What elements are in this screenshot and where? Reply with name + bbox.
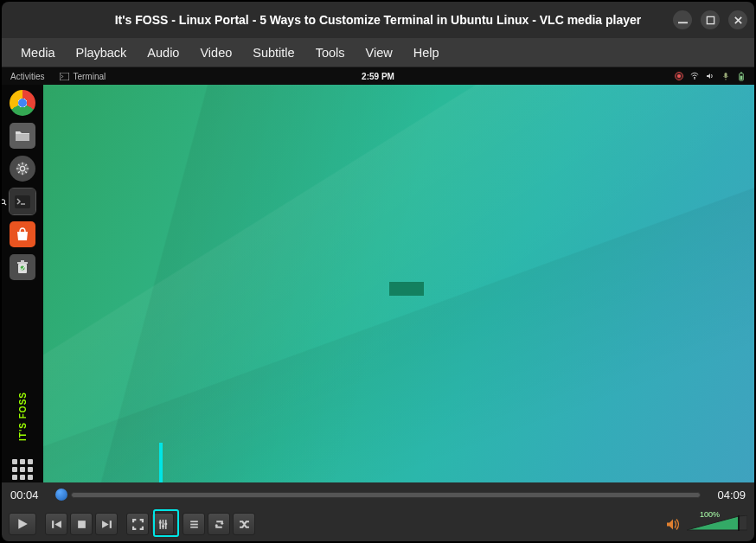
stop-button[interactable] xyxy=(70,513,93,535)
equalizer-icon xyxy=(157,519,169,530)
time-total: 04:09 xyxy=(709,489,746,501)
svg-marker-46 xyxy=(220,522,223,524)
topbar-app: Terminal xyxy=(60,72,106,81)
svg-rect-0 xyxy=(678,22,688,23)
menu-tools[interactable]: Tools xyxy=(305,41,356,65)
svg-rect-32 xyxy=(52,521,54,528)
skip-previous-icon xyxy=(51,519,62,530)
svg-point-23 xyxy=(2,200,5,204)
window-title: It's FOSS - Linux Portal - 5 Ways to Cus… xyxy=(115,13,642,27)
svg-rect-41 xyxy=(162,525,164,527)
desktop-topbar: Activities Terminal 2:59 PM xyxy=(2,67,754,85)
video-area[interactable]: Activities Terminal 2:59 PM xyxy=(2,67,754,482)
topbar-tray xyxy=(675,72,746,80)
timeline-bar: 00:04 04:09 xyxy=(2,482,754,507)
titlebar: It's FOSS - Linux Portal - 5 Ways to Cus… xyxy=(2,2,754,38)
svg-rect-26 xyxy=(17,262,28,264)
next-button[interactable] xyxy=(95,513,118,535)
svg-marker-49 xyxy=(739,515,747,530)
fullscreen-button[interactable] xyxy=(126,513,149,535)
menu-playback[interactable]: Playback xyxy=(66,41,138,65)
dock-terminal-icon xyxy=(10,188,35,214)
loop-button[interactable] xyxy=(208,513,230,535)
seek-track[interactable] xyxy=(71,492,701,498)
sound-icon xyxy=(706,72,714,80)
svg-rect-34 xyxy=(78,521,86,528)
playlist-icon xyxy=(189,519,200,530)
play-icon xyxy=(16,518,29,530)
desktop-dock: IT'S FOSS xyxy=(2,85,43,482)
maximize-icon xyxy=(706,16,715,25)
svg-rect-1 xyxy=(707,16,714,23)
folder-icon xyxy=(15,129,30,143)
play-button[interactable] xyxy=(9,513,36,535)
svg-rect-2 xyxy=(61,73,70,80)
menu-media[interactable]: Media xyxy=(10,41,66,65)
previous-button[interactable] xyxy=(45,513,67,535)
svg-rect-9 xyxy=(740,75,743,80)
svg-marker-48 xyxy=(687,516,739,530)
battery-icon xyxy=(737,72,746,80)
close-icon xyxy=(734,16,743,25)
dock-files-icon xyxy=(10,123,35,149)
fullscreen-icon xyxy=(132,519,144,530)
topbar-clock: 2:59 PM xyxy=(362,72,394,81)
playlist-button[interactable] xyxy=(183,513,205,535)
menu-audio[interactable]: Audio xyxy=(137,41,189,65)
svg-rect-42 xyxy=(164,522,167,524)
svg-line-24 xyxy=(4,203,6,205)
loop-icon xyxy=(214,519,225,530)
magnifier-badge-icon xyxy=(2,195,7,201)
svg-rect-21 xyxy=(15,195,30,208)
terminal-cursor-block xyxy=(389,282,424,296)
close-button[interactable] xyxy=(728,10,747,29)
minimize-button[interactable] xyxy=(673,10,692,29)
svg-marker-47 xyxy=(215,524,218,526)
menu-help[interactable]: Help xyxy=(403,41,450,65)
svg-rect-36 xyxy=(109,521,111,528)
svg-rect-27 xyxy=(21,260,24,262)
wifi-icon xyxy=(690,72,699,80)
seek-slider[interactable] xyxy=(55,489,701,501)
extended-settings-button[interactable] xyxy=(151,513,174,535)
controls-toolbar: 100% xyxy=(2,507,754,541)
svg-marker-31 xyxy=(18,519,27,529)
mic-icon xyxy=(721,72,730,80)
vlc-window: It's FOSS - Linux Portal - 5 Ways to Cus… xyxy=(0,0,756,543)
volume-slider[interactable] xyxy=(687,515,747,533)
menu-video[interactable]: Video xyxy=(189,41,242,65)
svg-point-5 xyxy=(694,78,695,80)
seek-knob[interactable] xyxy=(55,489,67,501)
svg-marker-35 xyxy=(102,521,109,528)
stop-icon xyxy=(76,519,87,530)
shuffle-icon xyxy=(239,519,250,530)
skip-next-icon xyxy=(101,519,112,530)
maximize-button[interactable] xyxy=(701,10,720,29)
activities-label: Activities xyxy=(10,72,44,81)
dock-trash-icon xyxy=(10,254,35,280)
gear-icon xyxy=(15,161,30,176)
shuffle-button[interactable] xyxy=(233,513,255,535)
video-frame: Activities Terminal 2:59 PM xyxy=(2,67,754,482)
svg-rect-10 xyxy=(16,134,29,141)
dock-software-icon xyxy=(10,221,35,247)
svg-rect-40 xyxy=(158,521,161,523)
menu-subtitle[interactable]: Subtitle xyxy=(242,41,304,65)
minimize-icon xyxy=(678,16,688,25)
itsfoss-watermark: IT'S FOSS xyxy=(18,392,28,441)
shopping-bag-icon xyxy=(15,227,30,242)
menu-view[interactable]: View xyxy=(356,41,403,65)
dock-settings-icon xyxy=(10,156,35,182)
desktop-wallpaper xyxy=(43,85,754,482)
terminal-icon xyxy=(15,195,30,208)
screencast-icon xyxy=(675,72,683,80)
svg-rect-6 xyxy=(725,73,727,77)
svg-point-4 xyxy=(677,74,681,78)
dock-apps-button xyxy=(10,457,35,482)
svg-marker-33 xyxy=(54,521,61,528)
time-elapsed: 00:04 xyxy=(10,489,47,501)
volume-area: 100% xyxy=(666,515,747,533)
trash-icon xyxy=(16,259,29,275)
speaker-icon[interactable] xyxy=(666,518,682,531)
menubar: Media Playback Audio Video Subtitle Tool… xyxy=(2,38,754,67)
